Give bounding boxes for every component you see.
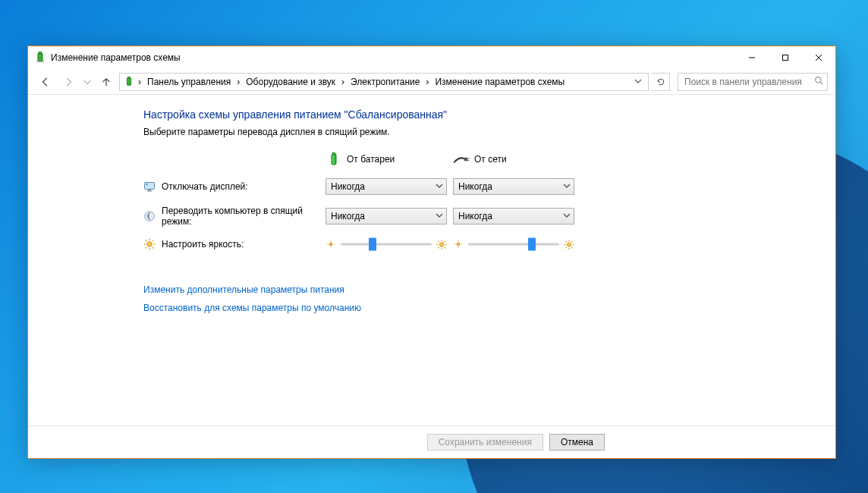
svg-rect-1 [39, 52, 42, 54]
svg-rect-0 [38, 53, 42, 61]
brightness-plugged-slider-cell [453, 237, 574, 251]
page-heading: Настройка схемы управления питанием "Сба… [143, 108, 720, 121]
display-off-battery-select[interactable]: Никогда [326, 178, 447, 195]
brightness-battery-slider-cell [326, 237, 447, 251]
plug-icon [453, 151, 470, 168]
titlebar: Изменение параметров схемы [28, 46, 835, 69]
sun-bright-icon [436, 239, 447, 250]
svg-point-5 [816, 77, 821, 82]
monitor-icon [143, 181, 156, 193]
sun-icon [143, 238, 156, 250]
column-header-plugged-label: От сети [474, 154, 507, 165]
svg-line-39 [438, 246, 439, 248]
power-options-icon [34, 52, 46, 64]
restore-defaults-link[interactable]: Восстановить для схемы параметры по умол… [143, 303, 720, 313]
svg-line-23 [153, 247, 154, 249]
svg-line-24 [153, 240, 154, 242]
battery-icon [326, 151, 342, 168]
svg-rect-2 [783, 55, 788, 61]
sun-dim-icon [453, 239, 464, 250]
save-button: Сохранить изменения [427, 434, 543, 451]
search-box[interactable] [678, 73, 828, 91]
power-options-icon [123, 76, 135, 88]
row-sleep-label: Переводить компьютер в спящий режим: [143, 206, 319, 227]
svg-line-22 [146, 240, 147, 242]
control-panel-window: Изменение параметров схемы [27, 46, 836, 459]
svg-point-31 [439, 242, 443, 246]
toolbar: › Панель управления › Оборудование и зву… [28, 69, 835, 95]
address-bar[interactable]: › Панель управления › Оборудование и зву… [119, 73, 649, 91]
slider-thumb[interactable] [369, 238, 376, 251]
svg-point-17 [147, 242, 152, 246]
display-off-plugged-select[interactable]: Никогда [453, 178, 574, 195]
chevron-right-icon[interactable]: › [341, 77, 344, 87]
column-header-plugged: От сети [453, 151, 574, 168]
chevron-down-icon [563, 181, 571, 192]
svg-line-36 [438, 240, 439, 242]
nav-up-button[interactable] [96, 73, 116, 91]
search-icon[interactable] [814, 76, 824, 88]
svg-line-50 [565, 240, 567, 242]
settings-grid: От батареи От сети [143, 151, 720, 251]
column-header-battery: От батареи [326, 151, 447, 168]
svg-rect-3 [127, 77, 131, 85]
svg-line-52 [571, 240, 573, 242]
svg-line-38 [444, 240, 445, 242]
slider-thumb[interactable] [528, 238, 536, 251]
nav-back-button[interactable] [36, 73, 55, 91]
brightness-battery-slider[interactable] [341, 237, 432, 251]
chevron-right-icon[interactable]: › [426, 77, 429, 87]
svg-rect-13 [148, 190, 151, 191]
maximize-button[interactable] [769, 46, 802, 69]
recent-locations-button[interactable] [81, 73, 93, 91]
svg-point-40 [457, 243, 460, 246]
svg-point-26 [329, 243, 332, 246]
close-button[interactable] [802, 46, 835, 69]
svg-rect-7 [333, 153, 335, 155]
sun-dim-icon [326, 239, 336, 250]
content-area: Настройка схемы управления питанием "Сба… [28, 95, 835, 425]
window-title: Изменение параметров схемы [51, 52, 181, 63]
svg-rect-4 [128, 77, 131, 78]
row-display-off-label: Отключать дисплей: [143, 181, 319, 193]
chevron-right-icon[interactable]: › [237, 77, 240, 87]
refresh-button[interactable] [652, 73, 670, 91]
svg-rect-12 [145, 183, 155, 190]
page-subheading: Выберите параметры перевода дисплея в сп… [143, 127, 720, 137]
nav-forward-button[interactable] [58, 73, 78, 91]
svg-point-15 [146, 184, 148, 186]
breadcrumb-item[interactable]: Оборудование и звук [243, 75, 338, 89]
cancel-button[interactable]: Отмена [549, 434, 605, 451]
settings-panel: Настройка схемы управления питанием "Сба… [143, 108, 720, 425]
chevron-down-icon [436, 211, 443, 221]
breadcrumb-item[interactable]: Электропитание [348, 75, 423, 89]
search-input[interactable] [683, 76, 814, 88]
advanced-settings-link[interactable]: Изменить дополнительные параметры питани… [143, 284, 720, 295]
sleep-battery-select[interactable]: Никогда [326, 208, 447, 225]
breadcrumb-item[interactable]: Панель управления [144, 75, 234, 89]
moon-icon [143, 210, 156, 222]
sleep-plugged-select[interactable]: Никогда [453, 208, 574, 225]
breadcrumb-item[interactable]: Изменение параметров схемы [432, 75, 568, 89]
svg-line-25 [146, 247, 147, 249]
chevron-down-icon[interactable] [630, 77, 646, 87]
footer: Сохранить изменения Отмена [28, 425, 835, 458]
svg-line-37 [444, 246, 445, 248]
chevron-right-icon[interactable]: › [138, 77, 141, 87]
minimize-button[interactable] [735, 46, 769, 69]
column-header-battery-label: От батареи [347, 154, 395, 165]
brightness-plugged-slider[interactable] [468, 237, 559, 251]
chevron-down-icon [436, 181, 443, 192]
sun-bright-icon [564, 239, 574, 250]
additional-links: Изменить дополнительные параметры питани… [143, 284, 720, 313]
svg-line-53 [565, 246, 567, 248]
chevron-down-icon [563, 211, 571, 221]
svg-rect-14 [147, 191, 153, 192]
svg-point-45 [567, 242, 571, 246]
svg-rect-8 [332, 155, 335, 164]
svg-line-51 [571, 246, 573, 248]
svg-rect-9 [464, 158, 468, 162]
row-brightness-label: Настроить яркость: [143, 238, 319, 250]
